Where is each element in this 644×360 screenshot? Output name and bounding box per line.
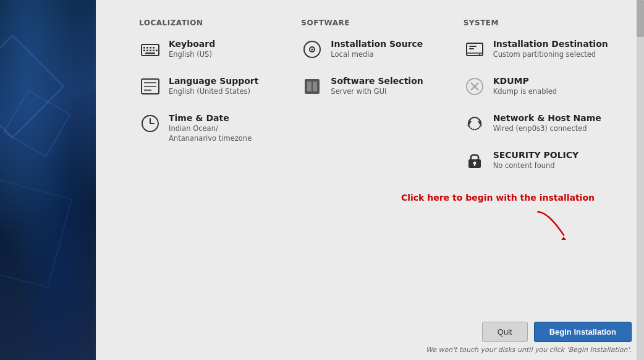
kdump-subtitle: Kdump is enabled bbox=[493, 86, 557, 96]
language-support-title: Language Support bbox=[169, 75, 258, 86]
time-date-text: Time & Date Indian Ocean/Antananarivo ti… bbox=[169, 112, 252, 143]
svg-point-35 bbox=[473, 162, 476, 165]
kdump-text: KDUMP Kdump is enabled bbox=[493, 75, 557, 96]
svg-rect-28 bbox=[469, 48, 474, 49]
software-header: SOFTWARE bbox=[301, 19, 463, 27]
scrollbar-thumb[interactable] bbox=[637, 0, 644, 37]
network-hostname-title: Network & Host Name bbox=[493, 112, 601, 123]
svg-rect-6 bbox=[146, 50, 148, 52]
bottom-buttons: Quit Begin Installation bbox=[482, 322, 632, 342]
installation-destination-item[interactable]: Installation Destination Custom partitio… bbox=[464, 38, 625, 61]
security-policy-text: SECURITY POLICY No content found bbox=[493, 149, 579, 170]
network-hostname-text: Network & Host Name Wired (enp0s3) conne… bbox=[493, 112, 601, 133]
installation-source-title: Installation Source bbox=[331, 38, 423, 49]
installation-destination-subtitle: Custom partitioning selected bbox=[493, 49, 608, 59]
language-support-text: Language Support English (United States) bbox=[169, 75, 258, 96]
security-policy-item[interactable]: SECURITY POLICY No content found bbox=[464, 149, 625, 172]
security-policy-subtitle: No content found bbox=[493, 161, 579, 170]
time-date-item[interactable]: Time & Date Indian Ocean/Antananarivo ti… bbox=[139, 112, 301, 143]
svg-rect-8 bbox=[153, 50, 155, 52]
localization-header: LOCALIZATION bbox=[139, 19, 301, 27]
svg-rect-10 bbox=[145, 52, 155, 54]
kdump-title: KDUMP bbox=[493, 75, 557, 86]
begin-installation-button[interactable]: Begin Installation bbox=[534, 322, 632, 342]
installation-destination-text: Installation Destination Custom partitio… bbox=[493, 38, 608, 59]
language-icon bbox=[139, 75, 161, 98]
installation-source-subtitle: Local media bbox=[331, 49, 423, 59]
software-section: SOFTWARE Installation Source Local media bbox=[301, 19, 463, 186]
software-selection-text: Software Selection Server with GUI bbox=[331, 75, 423, 96]
svg-rect-7 bbox=[150, 50, 151, 52]
kdump-item[interactable]: KDUMP Kdump is enabled bbox=[464, 75, 625, 98]
svg-point-26 bbox=[478, 54, 480, 56]
installation-destination-title: Installation Destination bbox=[493, 38, 608, 49]
bottom-bar: Quit Begin Installation We won't touch y… bbox=[96, 316, 644, 360]
main-content: LOCALIZATION bbox=[96, 0, 644, 360]
annotation-arrow bbox=[533, 206, 595, 243]
drive-icon bbox=[464, 38, 486, 61]
svg-rect-1 bbox=[143, 47, 145, 49]
package-icon bbox=[301, 75, 323, 98]
bottom-note: We won't touch your disks until you clic… bbox=[426, 346, 632, 354]
svg-rect-27 bbox=[469, 46, 477, 47]
localization-section: LOCALIZATION bbox=[139, 19, 301, 186]
installation-source-text: Installation Source Local media bbox=[331, 38, 423, 59]
svg-marker-37 bbox=[561, 237, 566, 240]
keyboard-subtitle: English (US) bbox=[169, 49, 215, 59]
keyboard-item[interactable]: Keyboard English (US) bbox=[139, 38, 301, 61]
network-hostname-item[interactable]: Network & Host Name Wired (enp0s3) conne… bbox=[464, 112, 625, 135]
security-policy-title: SECURITY POLICY bbox=[493, 149, 579, 161]
annotation-text: Click here to begin with the installatio… bbox=[401, 193, 595, 203]
network-icon bbox=[464, 112, 486, 135]
svg-rect-2 bbox=[146, 47, 148, 49]
network-hostname-subtitle: Wired (enp0s3) connected bbox=[493, 123, 601, 133]
disc-icon bbox=[301, 38, 323, 61]
installation-source-item[interactable]: Installation Source Local media bbox=[301, 38, 463, 61]
language-support-subtitle: English (United States) bbox=[169, 86, 258, 96]
clock-icon bbox=[139, 112, 161, 135]
software-selection-subtitle: Server with GUI bbox=[331, 86, 423, 96]
language-support-item[interactable]: Language Support English (United States) bbox=[139, 75, 301, 98]
time-date-subtitle: Indian Ocean/Antananarivo timezone bbox=[169, 123, 252, 143]
system-section: SYSTEM Installation Destination bbox=[464, 19, 625, 186]
keyboard-title: Keyboard bbox=[169, 38, 215, 49]
svg-rect-24 bbox=[467, 43, 483, 56]
svg-rect-4 bbox=[153, 47, 155, 49]
software-selection-title: Software Selection bbox=[331, 75, 423, 86]
lock-icon bbox=[464, 149, 486, 172]
keyboard-text: Keyboard English (US) bbox=[169, 38, 215, 59]
scrollbar-track[interactable] bbox=[637, 0, 644, 360]
svg-point-20 bbox=[311, 49, 313, 51]
quit-button[interactable]: Quit bbox=[482, 322, 528, 342]
keyboard-icon bbox=[139, 38, 161, 61]
svg-rect-5 bbox=[143, 50, 145, 52]
svg-rect-9 bbox=[156, 50, 158, 52]
sidebar bbox=[0, 0, 96, 360]
software-selection-item[interactable]: Software Selection Server with GUI bbox=[301, 75, 463, 98]
svg-rect-3 bbox=[150, 47, 151, 49]
system-header: SYSTEM bbox=[464, 19, 625, 27]
kdump-icon bbox=[464, 75, 486, 98]
time-date-title: Time & Date bbox=[169, 112, 252, 123]
